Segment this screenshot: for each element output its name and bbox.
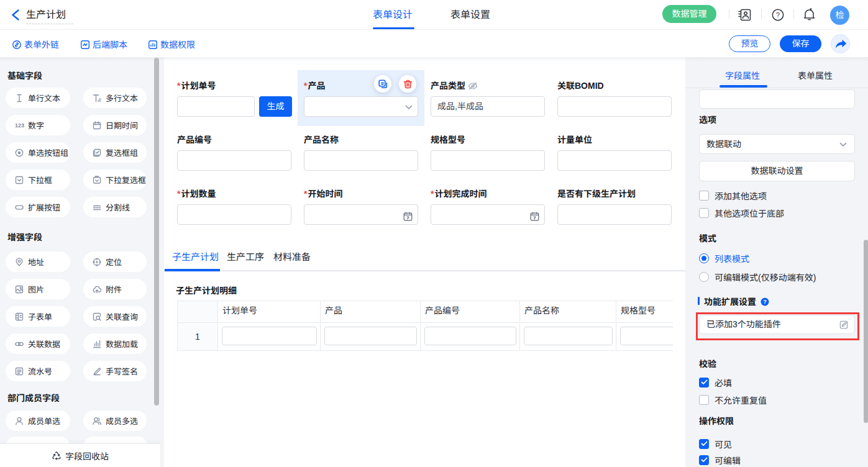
svg-text:?: ? [763, 299, 767, 305]
svg-text:?: ? [776, 11, 780, 19]
